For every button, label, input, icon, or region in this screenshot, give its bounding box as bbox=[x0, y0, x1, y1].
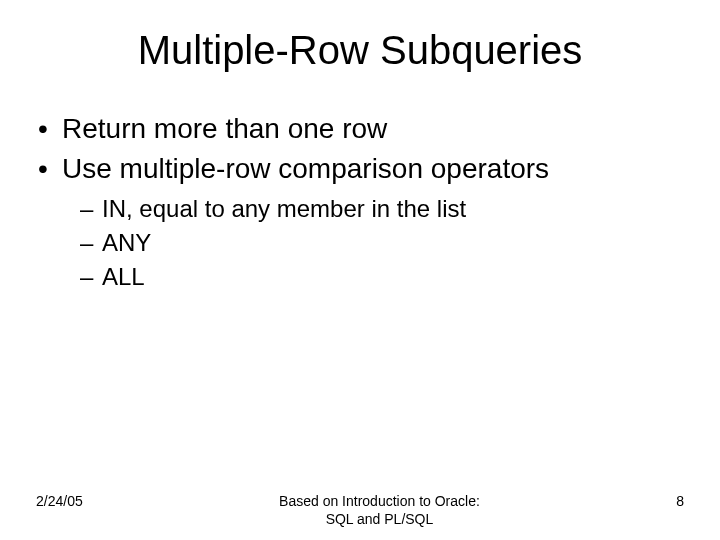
sub-bullet-item: IN, equal to any member in the list bbox=[80, 195, 684, 223]
slide: Multiple-Row Subqueries Return more than… bbox=[0, 0, 720, 540]
bullet-item: Return more than one row bbox=[36, 113, 684, 145]
sub-bullet-text: ANY bbox=[102, 229, 151, 256]
footer-source-line2: SQL and PL/SQL bbox=[326, 511, 434, 527]
sub-bullet-text: ALL bbox=[102, 263, 145, 290]
sub-bullet-text: IN, equal to any member in the list bbox=[102, 195, 466, 222]
footer-date: 2/24/05 bbox=[36, 493, 83, 509]
slide-title: Multiple-Row Subqueries bbox=[36, 28, 684, 73]
footer: 2/24/05 Based on Introduction to Oracle:… bbox=[36, 493, 684, 528]
footer-source-line1: Based on Introduction to Oracle: bbox=[279, 493, 480, 509]
bullet-text: Return more than one row bbox=[62, 113, 387, 144]
bullet-list: Return more than one row Use multiple-ro… bbox=[36, 113, 684, 291]
footer-source: Based on Introduction to Oracle: SQL and… bbox=[83, 493, 676, 528]
sub-bullet-item: ALL bbox=[80, 263, 684, 291]
footer-page-number: 8 bbox=[676, 493, 684, 509]
sub-bullet-list: IN, equal to any member in the list ANY … bbox=[80, 195, 684, 291]
bullet-text: Use multiple-row comparison operators bbox=[62, 153, 549, 184]
sub-bullet-item: ANY bbox=[80, 229, 684, 257]
bullet-item: Use multiple-row comparison operators IN… bbox=[36, 153, 684, 291]
